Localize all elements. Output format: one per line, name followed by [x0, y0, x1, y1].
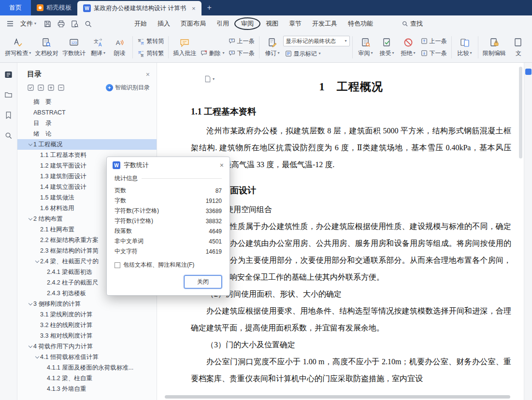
toc-item[interactable]: 3 侧移刚度的计算: [17, 299, 157, 309]
accept-button[interactable]: 接受▾: [376, 34, 398, 61]
find-button[interactable]: 查找: [402, 19, 423, 28]
doc-heading-1[interactable]: 1 工程概况: [191, 79, 511, 94]
hamburger-menu-icon[interactable]: [5, 18, 15, 29]
doc-paragraph[interactable]: 沧州市某政府办公楼，拟建筑层数 8 层，建筑面积 5000 平方米，结构形式钢筋…: [191, 122, 511, 173]
smart-toc-icon: [106, 84, 113, 91]
doc-heading-1-1[interactable]: 1.1 工程基本资料: [191, 106, 511, 117]
close-panel-icon[interactable]: ×: [146, 71, 150, 78]
stat-value: 4649: [209, 228, 222, 235]
horizontal-scrollbar[interactable]: [165, 395, 510, 399]
doc-list-item[interactable]: （3）门的大小及位置确定: [191, 336, 511, 353]
menu-tab-8[interactable]: 开发工具: [307, 17, 343, 30]
menu-tab-5[interactable]: 审阅: [234, 17, 260, 30]
toc-item[interactable]: 3.1 梁线刚度的计算: [17, 309, 157, 320]
dialog-title-bar[interactable]: W 字数统计 ×: [107, 157, 230, 173]
delete-comment-button[interactable]: 删除▾: [199, 48, 227, 58]
menu-bar: 文件▾ 开始插入页面布局引用审阅视图章节开发工具特色功能 查找: [0, 15, 532, 32]
menu-tab-4[interactable]: 引用: [211, 17, 234, 30]
toc-item[interactable]: 摘 要: [17, 97, 157, 107]
prev-change-button[interactable]: 上一条: [419, 36, 449, 46]
include-footnotes-checkbox[interactable]: 包括文本框、脚注和尾注(F): [115, 261, 222, 269]
find-replace-button[interactable]: [82, 18, 94, 29]
insert-comment-button[interactable]: 插入批注: [171, 34, 198, 61]
document-tab[interactable]: W 某政府办公楼建筑结构设计 计算书 ×: [77, 1, 201, 15]
doc-list-item[interactable]: （2）房间使用面积、形状、大小的确定: [191, 286, 511, 302]
bookmark-panel-icon[interactable]: [4, 110, 14, 120]
home-tab[interactable]: 首页: [0, 0, 31, 15]
ribbon-divider: [259, 36, 259, 58]
doc-list-item[interactable]: （1）使用空间组合: [191, 201, 511, 218]
compare-button[interactable]: 比较▾: [454, 34, 475, 61]
dialog-close-icon[interactable]: ×: [220, 161, 224, 169]
restrict-editing-button[interactable]: 限制编辑: [481, 34, 508, 61]
reject-button[interactable]: 拒绝▾: [398, 34, 419, 61]
menu-tab-9[interactable]: 特色功能: [343, 17, 378, 30]
simp-to-trad-button[interactable]: 简繁 简转繁: [135, 48, 166, 58]
toc-collapse-all-icon[interactable]: [58, 85, 64, 91]
chevron-down-icon[interactable]: [34, 260, 40, 262]
next-change-button[interactable]: 下一条: [419, 48, 449, 58]
doc-proofing-button[interactable]: 文档校对: [33, 34, 60, 61]
markup-state-dropdown[interactable]: 显示标记的最终状态▾: [283, 36, 350, 46]
search-panel-icon[interactable]: [4, 130, 14, 140]
toc-panel-icon[interactable]: [4, 70, 14, 79]
menu-tab-1[interactable]: 开始: [129, 17, 152, 30]
toc-item[interactable]: 4.1.3 外墙自重: [17, 384, 157, 394]
toc-check-icon[interactable]: [27, 85, 34, 91]
track-changes-button[interactable]: 修订▾: [262, 34, 283, 61]
chevron-down-icon[interactable]: [27, 345, 33, 347]
smart-toc-button[interactable]: 智能识别目录: [106, 84, 150, 92]
print-preview-button[interactable]: [69, 18, 80, 29]
review-button[interactable]: 审阅▾: [355, 34, 376, 61]
dialog-close-button[interactable]: 关闭: [184, 275, 222, 288]
chevron-down-icon[interactable]: [27, 218, 33, 220]
toc-item[interactable]: 3.2 柱的线刚度计算: [17, 320, 157, 330]
toc-item[interactable]: 目 录: [17, 118, 157, 129]
side-panel-icon[interactable]: [525, 69, 532, 75]
toc-collapse-icon[interactable]: [37, 85, 44, 91]
spell-check-button[interactable]: 拼写检查▾: [3, 34, 33, 61]
truncated-button[interactable]: 文: [508, 34, 529, 61]
trad-to-simp-button[interactable]: 繁简 繁转简: [135, 36, 166, 46]
chevron-down-icon[interactable]: [27, 303, 33, 305]
show-markup-button[interactable]: 显示标记▾: [283, 49, 350, 58]
toc-item[interactable]: 绪 论: [17, 129, 157, 139]
toc-item[interactable]: 4.1.1 屋面及楼面的永荷载标准...: [17, 362, 157, 373]
docer-template-tab[interactable]: 稻壳模板: [31, 0, 77, 15]
chevron-down-icon[interactable]: [27, 143, 33, 145]
toc-item-label: 1.6 材料选用: [40, 204, 74, 213]
file-menu-button[interactable]: 文件▾: [16, 18, 40, 29]
toc-item[interactable]: ABSTRACT: [17, 107, 157, 118]
toc-item[interactable]: 4 荷载作用下内力计算: [17, 341, 157, 352]
translate-button[interactable]: 文A 翻译▾: [87, 34, 109, 61]
compare-icon: [460, 37, 470, 48]
pages-panel-icon[interactable]: [4, 90, 14, 100]
page-settings-icon[interactable]: ▾: [204, 75, 215, 83]
wps-window: 首页 稻壳模板 W 某政府办公楼建筑结构设计 计算书 × + 文件▾ 开始插入页…: [0, 0, 532, 400]
save-button[interactable]: [42, 18, 53, 29]
vertical-scrollbar[interactable]: [519, 67, 522, 158]
checkbox-icon[interactable]: [115, 262, 120, 268]
prev-comment-button[interactable]: 上一条: [227, 36, 257, 46]
toc-item[interactable]: 4.1 恒荷载标准值计算: [17, 352, 157, 362]
menu-tab-7[interactable]: 章节: [284, 17, 307, 30]
toc-item-label: 4.1 恒荷载标准值计算: [40, 353, 99, 361]
menu-tab-2[interactable]: 插入: [152, 17, 175, 30]
new-tab-button[interactable]: +: [201, 0, 217, 15]
word-count-button[interactable]: 123 字数统计: [60, 34, 87, 61]
print-button[interactable]: [55, 18, 67, 29]
menu-tab-6[interactable]: 视图: [260, 17, 284, 30]
next-comment-button[interactable]: 下一条: [227, 48, 257, 58]
close-tab-icon[interactable]: ×: [192, 5, 196, 12]
toc-item[interactable]: 3.3 相对线刚度计算: [17, 330, 157, 341]
read-aloud-button[interactable]: A 朗读: [109, 34, 130, 61]
toc-item[interactable]: 4.1.2 梁、柱自重: [17, 373, 157, 384]
doc-paragraph[interactable]: 办公建筑应根据使用要求、用地条件、结构选型等情况按建筑模数选择开间和进深，合理确…: [191, 302, 511, 336]
chevron-down-icon[interactable]: [34, 356, 40, 358]
doc-paragraph[interactable]: 本设计性质属于办公建筑性质，办公建筑应根据使用性质、建设规模与标准的不同，确定各…: [191, 218, 511, 286]
menu-tab-3[interactable]: 页面布局: [175, 17, 211, 30]
toc-expand-all-icon[interactable]: [47, 85, 54, 91]
doc-heading-1-2[interactable]: 1.2 建筑平面设计: [191, 185, 511, 196]
doc-paragraph[interactable]: 办公室门洞口宽度不应小于 1.00 m，高度不应小于 2.10m；机要办公室、财…: [191, 353, 511, 387]
toc-item[interactable]: 1 工程概况: [17, 139, 157, 150]
